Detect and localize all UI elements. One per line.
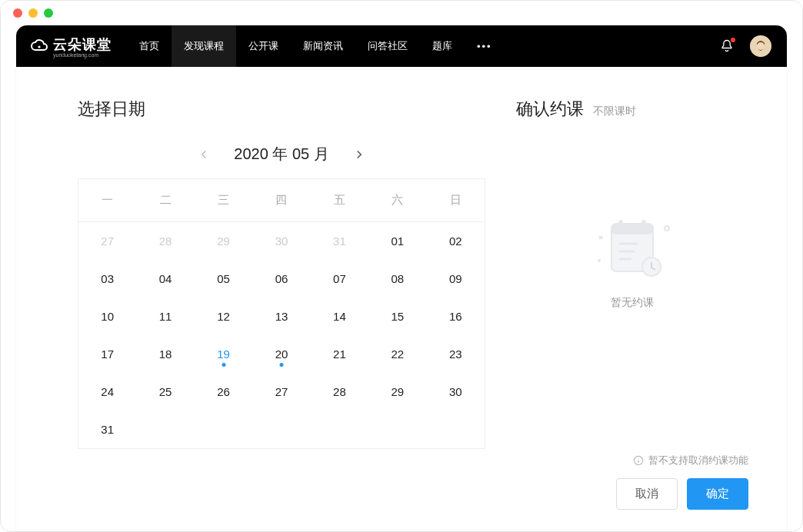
- confirm-button[interactable]: 确定: [687, 478, 748, 510]
- chevron-right-icon: [352, 148, 366, 161]
- nav-item-1[interactable]: 发现课程: [172, 25, 236, 67]
- weekday-label: 三: [195, 179, 252, 221]
- weekday-label: 四: [252, 179, 310, 221]
- calendar-day[interactable]: 15: [368, 298, 426, 335]
- calendar-day[interactable]: 30: [427, 373, 485, 411]
- calendar-day[interactable]: 07: [311, 260, 368, 298]
- footer-note: 暂不支持取消约课功能: [633, 454, 748, 467]
- calendar-day[interactable]: 29: [368, 373, 426, 411]
- next-month-button[interactable]: [351, 146, 368, 163]
- calendar-day[interactable]: 23: [427, 335, 485, 373]
- calendar-day[interactable]: 24: [78, 373, 136, 411]
- confirm-title: 确认约课: [516, 98, 584, 121]
- calendar-day[interactable]: 06: [252, 260, 310, 298]
- info-icon: [633, 455, 644, 466]
- nav-item-2[interactable]: 公开课: [236, 25, 291, 67]
- chevron-left-icon: [197, 148, 211, 161]
- svg-point-11: [665, 226, 669, 231]
- calendar-days: 2728293031010203040506070809101112131415…: [78, 222, 485, 448]
- weekday-header: 一二三四五六日: [78, 179, 485, 222]
- logo[interactable]: 云朵课堂 yunduoketang.com: [16, 35, 127, 58]
- main-content: 选择日期 2020 年 05 月 一二三四五六日 272829303101020…: [16, 67, 787, 531]
- calendar-day[interactable]: 31: [311, 222, 368, 260]
- svg-point-0: [38, 45, 40, 48]
- calendar-day[interactable]: 21: [311, 335, 368, 373]
- calendar-day[interactable]: 27: [78, 222, 136, 260]
- nav-item-5[interactable]: 题库: [420, 25, 465, 67]
- prev-month-button[interactable]: [195, 146, 212, 163]
- weekday-label: 五: [311, 179, 368, 221]
- svg-point-6: [641, 220, 646, 224]
- calendar-day[interactable]: 08: [368, 260, 426, 298]
- cancel-button[interactable]: 取消: [616, 478, 678, 510]
- calendar-day[interactable]: 27: [252, 373, 310, 411]
- calendar-day[interactable]: 31: [78, 411, 136, 448]
- window-titlebar: [1, 1, 802, 25]
- weekday-label: 日: [427, 179, 485, 221]
- empty-text: 暂无约课: [611, 296, 654, 310]
- calendar-day[interactable]: 29: [195, 222, 252, 260]
- calendar-day[interactable]: 12: [195, 298, 252, 335]
- nav-item-3[interactable]: 新闻资讯: [291, 25, 355, 67]
- notification-bell[interactable]: [719, 38, 735, 54]
- calendar-day[interactable]: 01: [368, 222, 426, 260]
- calendar-day[interactable]: 11: [136, 298, 194, 335]
- avatar-icon: [750, 35, 771, 57]
- calendar-day[interactable]: 17: [78, 335, 136, 373]
- svg-point-12: [598, 259, 601, 262]
- weekday-label: 二: [136, 179, 194, 221]
- top-nav: 云朵课堂 yunduoketang.com 首页发现课程公开课新闻资讯问答社区题…: [16, 25, 787, 67]
- event-dot-icon: [222, 363, 225, 367]
- calendar-day[interactable]: 16: [427, 298, 485, 335]
- calendar-day[interactable]: 03: [78, 260, 136, 298]
- calendar-day[interactable]: 30: [252, 222, 310, 260]
- month-bar: 2020 年 05 月: [78, 144, 485, 165]
- calendar-day[interactable]: 10: [78, 298, 136, 335]
- calendar-day[interactable]: 20: [252, 335, 310, 373]
- confirm-footer: 暂不支持取消约课功能 取消 确定: [516, 454, 748, 531]
- notification-dot-icon: [731, 38, 735, 42]
- calendar: 一二三四五六日 27282930310102030405060708091011…: [78, 178, 485, 449]
- date-picker-panel: 选择日期 2020 年 05 月 一二三四五六日 272829303101020…: [16, 98, 485, 531]
- pick-date-title: 选择日期: [78, 98, 485, 121]
- calendar-day[interactable]: 13: [252, 298, 310, 335]
- cloud-logo-icon: [30, 37, 48, 55]
- nav-item-4[interactable]: 问答社区: [355, 25, 420, 67]
- empty-state: 暂无约课: [516, 213, 748, 454]
- calendar-day[interactable]: 25: [136, 373, 194, 411]
- calendar-day[interactable]: 18: [136, 335, 194, 373]
- calendar-day[interactable]: 19: [195, 335, 252, 373]
- nav-more[interactable]: •••: [465, 41, 505, 52]
- calendar-day[interactable]: 02: [427, 222, 485, 260]
- footer-note-text: 暂不支持取消约课功能: [648, 454, 748, 467]
- app-frame: 云朵课堂 yunduoketang.com 首页发现课程公开课新闻资讯问答社区题…: [16, 25, 787, 531]
- minimize-window-icon[interactable]: [28, 8, 38, 18]
- calendar-day[interactable]: 04: [136, 260, 194, 298]
- weekday-label: 六: [368, 179, 426, 221]
- maximize-window-icon[interactable]: [44, 8, 53, 18]
- calendar-day[interactable]: 22: [368, 335, 426, 373]
- nav-item-0[interactable]: 首页: [127, 25, 172, 67]
- calendar-day[interactable]: 28: [311, 373, 368, 411]
- calendar-day[interactable]: 05: [195, 260, 252, 298]
- nav-items: 首页发现课程公开课新闻资讯问答社区题库: [127, 25, 465, 67]
- close-window-icon[interactable]: [13, 8, 22, 18]
- svg-point-2: [757, 42, 765, 50]
- calendar-day[interactable]: 26: [195, 373, 252, 411]
- svg-point-5: [618, 220, 623, 224]
- event-dot-icon: [279, 363, 283, 367]
- month-label: 2020 年 05 月: [234, 144, 328, 165]
- weekday-label: 一: [78, 179, 136, 221]
- calendar-day[interactable]: 28: [136, 222, 194, 260]
- empty-calendar-icon: [590, 213, 675, 282]
- user-avatar[interactable]: [750, 35, 771, 57]
- calendar-day[interactable]: 09: [427, 260, 485, 298]
- calendar-day[interactable]: 14: [311, 298, 368, 335]
- confirm-subtitle: 不限课时: [593, 105, 636, 118]
- confirm-panel: 确认约课 不限课时: [485, 98, 787, 531]
- svg-rect-4: [611, 224, 653, 234]
- logo-text: 云朵课堂: [53, 35, 112, 54]
